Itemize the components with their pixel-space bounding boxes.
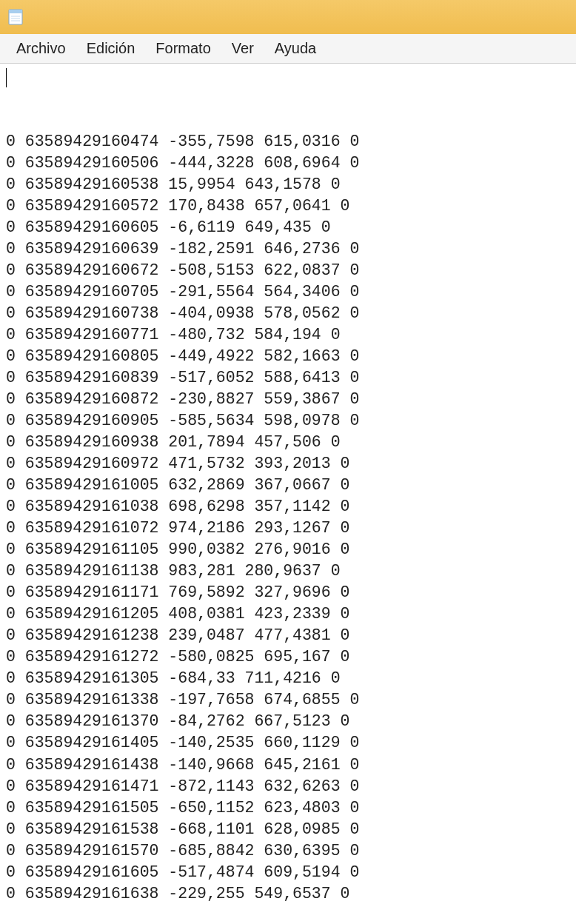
- text-line: 0 63589429160771 -480,732 584,194 0: [6, 324, 570, 346]
- text-line: 0 63589429161205 408,0381 423,2339 0: [6, 603, 570, 625]
- text-line: 0 63589429160474 -355,7598 615,0316 0: [6, 131, 570, 153]
- text-line: 0 63589429160839 -517,6052 588,6413 0: [6, 367, 570, 389]
- text-line: 0 63589429161272 -580,0825 695,167 0: [6, 646, 570, 668]
- text-line: 0 63589429160738 -404,0938 578,0562 0: [6, 303, 570, 324]
- menu-archivo[interactable]: Archivo: [6, 37, 76, 60]
- text-line: 0 63589429160672 -508,5153 622,0837 0: [6, 260, 570, 281]
- text-line: 0 63589429161138 983,281 280,9637 0: [6, 560, 570, 582]
- notepad-icon: [7, 9, 24, 25]
- text-line: 0 63589429161370 -84,2762 667,5123 0: [6, 711, 570, 732]
- text-line: 0 63589429161305 -684,33 711,4216 0: [6, 668, 570, 689]
- menu-ayuda[interactable]: Ayuda: [264, 37, 326, 60]
- menu-edicion[interactable]: Edición: [76, 37, 146, 60]
- text-line: 0 63589429160639 -182,2591 646,2736 0: [6, 238, 570, 260]
- text-line: 0 63589429160605 -6,6119 649,435 0: [6, 217, 570, 238]
- text-line: 0 63589429161638 -229,255 549,6537 0: [6, 883, 570, 905]
- titlebar[interactable]: [0, 0, 576, 34]
- text-line: 0 63589429160938 201,7894 457,506 0: [6, 432, 570, 453]
- text-line: 0 63589429161438 -140,9668 645,2161 0: [6, 754, 570, 776]
- text-line: 0 63589429160872 -230,8827 559,3867 0: [6, 389, 570, 410]
- text-line: 0 63589429161538 -668,1101 628,0985 0: [6, 819, 570, 840]
- menubar: Archivo Edición Formato Ver Ayuda: [0, 34, 576, 64]
- text-line: 0 63589429161072 974,2186 293,1267 0: [6, 518, 570, 539]
- text-line: 0 63589429161605 -517,4874 609,5194 0: [6, 862, 570, 883]
- text-line: 0 63589429161005 632,2869 367,0667 0: [6, 475, 570, 496]
- menu-ver[interactable]: Ver: [221, 37, 264, 60]
- text-line: 0 63589429160538 15,9954 643,1578 0: [6, 174, 570, 195]
- text-line: 0 63589429161105 990,0382 276,9016 0: [6, 539, 570, 560]
- text-cursor: [6, 68, 7, 87]
- text-line: 0 63589429160506 -444,3228 608,6964 0: [6, 153, 570, 174]
- text-line: 0 63589429161471 -872,1143 632,6263 0: [6, 776, 570, 797]
- text-line: 0 63589429160572 170,8438 657,0641 0: [6, 195, 570, 217]
- text-line: 0 63589429160805 -449,4922 582,1663 0: [6, 346, 570, 367]
- menu-formato[interactable]: Formato: [145, 37, 221, 60]
- svg-rect-1: [9, 10, 22, 13]
- text-area[interactable]: 0 63589429160474 -355,7598 615,0316 00 6…: [0, 64, 576, 924]
- text-line: 0 63589429161405 -140,2535 660,1129 0: [6, 732, 570, 754]
- text-line: 0 63589429161338 -197,7658 674,6855 0: [6, 689, 570, 711]
- text-line: 0 63589429161570 -685,8842 630,6395 0: [6, 840, 570, 862]
- text-line: 0 63589429161038 698,6298 357,1142 0: [6, 496, 570, 518]
- text-line: 0 63589429160705 -291,5564 564,3406 0: [6, 281, 570, 303]
- text-line: 0 63589429161171 769,5892 327,9696 0: [6, 582, 570, 603]
- text-line: 0 63589429160905 -585,5634 598,0978 0: [6, 410, 570, 432]
- text-line: 0 63589429161505 -650,1152 623,4803 0: [6, 797, 570, 819]
- text-line: 0 63589429160972 471,5732 393,2013 0: [6, 453, 570, 475]
- text-line: 0 63589429161238 239,0487 477,4381 0: [6, 625, 570, 646]
